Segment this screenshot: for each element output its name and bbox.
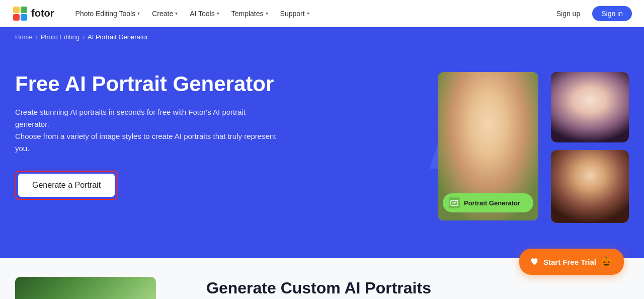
portrait-main-image: Portrait Generator [438,72,538,220]
navbar: fotor Photo Editing Tools ▾ Create ▾ AI … [0,0,644,27]
hero-content: Free AI Portrait Generator Create stunni… [15,67,277,200]
portrait-label-text: Portrait Generator [464,199,520,207]
portrait-top-right-image [551,72,629,142]
preview-thumbnail [15,277,156,299]
nav-items: Photo Editing Tools ▾ Create ▾ AI Tools … [70,7,550,21]
portrait-3 [551,150,629,223]
hero-title: Free AI Portrait Generator [15,72,277,96]
hero-images: AI Portrait Generator [438,72,629,223]
signin-button[interactable]: Sign in [592,6,632,21]
breadcrumb-current: AI Portrait Generator [88,33,148,41]
lower-title: Generate Custom AI Portraits From Tools [206,278,431,299]
hero-description: Create stunning AI portraits in seconds … [15,106,277,155]
cta-wrapper: Generate a Portrait [15,171,118,200]
portrait-icon [449,197,460,208]
nav-templates[interactable]: Templates ▾ [226,7,273,21]
breadcrumb-home[interactable]: Home [15,33,33,41]
logo[interactable]: fotor [12,6,54,22]
nav-auth: Sign up Sign in [550,6,632,21]
nav-support[interactable]: Support ▾ [275,7,314,21]
generate-portrait-button[interactable]: Generate a Portrait [18,174,115,197]
logo-text: fotor [31,8,54,19]
chevron-down-icon: ▾ [266,11,268,16]
svg-rect-1 [13,7,20,13]
breadcrumb-sep-1: › [36,34,38,41]
portrait-bottom-right-image [551,150,629,223]
start-free-trial-button[interactable]: Start Free Trial 🎃 [519,249,624,275]
chevron-down-icon: ▾ [175,11,178,16]
chevron-down-icon: ▾ [137,11,140,16]
heart-icon [530,257,539,266]
chevron-down-icon: ▾ [307,11,309,16]
svg-rect-2 [21,7,27,13]
breadcrumb-sep-2: › [83,34,85,41]
nav-create[interactable]: Create ▾ [147,7,183,21]
breadcrumb: Home › Photo Editing › AI Portrait Gener… [0,27,644,47]
nav-ai-tools[interactable]: AI Tools ▾ [185,7,224,21]
breadcrumb-photo-editing[interactable]: Photo Editing [41,33,79,41]
portrait-generator-label[interactable]: Portrait Generator [443,193,533,212]
nav-photo-editing-tools[interactable]: Photo Editing Tools ▾ [70,7,145,21]
fotor-logo-icon [12,6,28,22]
chevron-down-icon: ▾ [217,11,219,16]
portrait-2 [551,72,629,142]
lower-preview-image [15,277,156,299]
hero-section: Free AI Portrait Generator Create stunni… [0,47,644,258]
svg-rect-4 [21,14,27,21]
svg-rect-3 [13,14,20,21]
signup-button[interactable]: Sign up [550,7,586,21]
floating-trial-label: Start Free Trial [543,258,596,266]
pumpkin-icon: 🎃 [600,256,613,268]
